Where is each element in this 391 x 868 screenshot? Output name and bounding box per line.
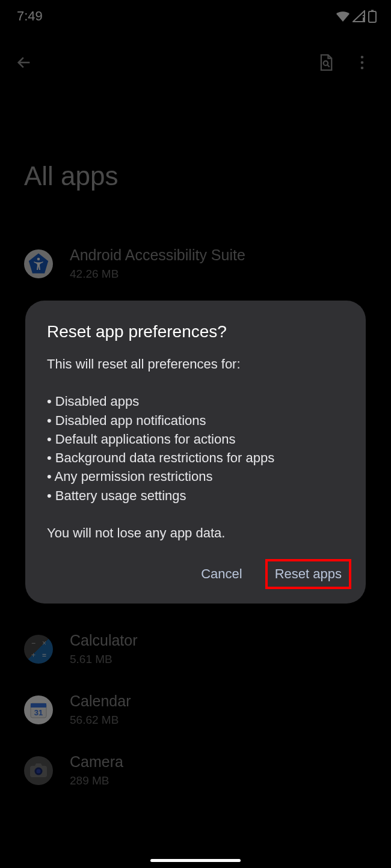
reset-apps-button[interactable]: Reset apps (275, 566, 342, 582)
dialog-intro: This will reset all preferences for: (47, 355, 344, 373)
dialog-bullet: Disabled apps (47, 392, 344, 411)
reset-apps-highlight: Reset apps (265, 559, 351, 589)
navigation-handle[interactable] (150, 859, 241, 862)
dialog-bullet: Background data restrictions for apps (47, 448, 344, 467)
dialog-actions: Cancel Reset apps (47, 559, 344, 589)
dialog-bullet: Battery usage settings (47, 486, 344, 505)
dialog-bullet-list: Disabled apps Disabled app notifications… (47, 392, 344, 504)
dialog-bullet: Any permission restrictions (47, 467, 344, 486)
dialog-body: This will reset all preferences for: Dis… (47, 355, 344, 542)
dialog-bullet: Disabled app notifications (47, 411, 344, 430)
cancel-button[interactable]: Cancel (195, 559, 248, 589)
dialog-outro: You will not lose any app data. (47, 524, 344, 542)
dialog-bullet: Default applications for actions (47, 430, 344, 448)
reset-preferences-dialog: Reset app preferences? This will reset a… (25, 301, 366, 604)
dialog-title: Reset app preferences? (47, 322, 344, 341)
